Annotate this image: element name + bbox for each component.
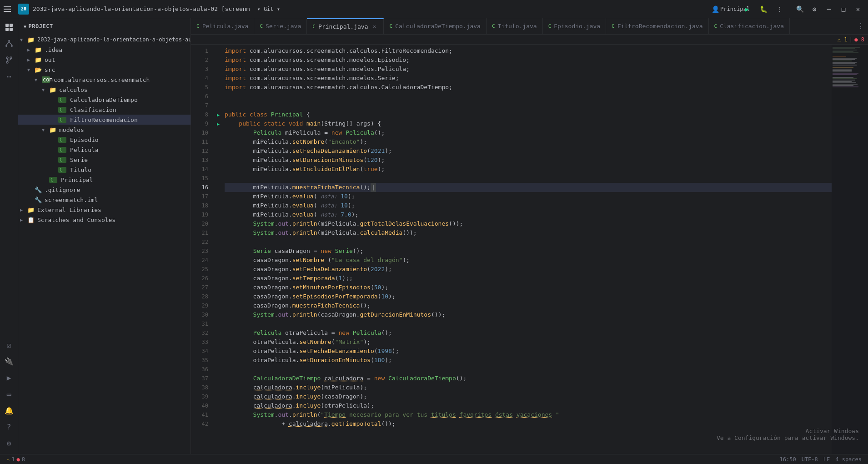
settings-button[interactable]: ⚙ (808, 3, 821, 15)
tree-item-modelos[interactable]: ▼ 📁 modelos (18, 125, 191, 135)
tree-item-out[interactable]: ▶ 📁 out (18, 55, 191, 65)
activity-structure-icon[interactable] (2, 36, 16, 51)
warning-badge: ⚠ 1 (838, 36, 848, 43)
status-line-col[interactable]: 16:50 (777, 456, 799, 463)
tree-item-src[interactable]: ▼ 📂 src (18, 65, 191, 75)
tree-item-filtro[interactable]: C FiltroRecomendacion (18, 115, 191, 125)
sidebar-header[interactable]: ▼ Project (18, 18, 191, 35)
tree-item-gitignore[interactable]: 🔧 .gitignore (18, 185, 191, 195)
ln-31: 31 (191, 319, 208, 328)
activity-project-icon[interactable] (2, 20, 16, 35)
tree-item-calculos[interactable]: ▼ 📁 calculos (18, 85, 191, 95)
ln-2: 2 (191, 55, 208, 65)
debug-button[interactable]: 🐛 (757, 3, 770, 15)
tree-item-clasificacion[interactable]: C Clasificacion (18, 105, 191, 115)
tree-item-iml[interactable]: 🔧 screenmatch.iml (18, 195, 191, 205)
run-gutter: ▶ ▶ (214, 45, 223, 454)
class-icon-titulo: C (58, 167, 66, 173)
status-indent[interactable]: 4 spaces (833, 456, 864, 463)
activity-notifications-icon[interactable]: 🔔 (2, 403, 16, 418)
code-line-6 (225, 92, 832, 101)
tab-close-principal[interactable]: ✕ (371, 23, 378, 30)
run-indicator-8[interactable]: ▶ (214, 110, 223, 119)
code-line-36 (225, 365, 832, 374)
tab-titulo[interactable]: C Titulo.java (487, 18, 543, 34)
tree-item-extlib[interactable]: ▶ 📁 External Libraries (18, 205, 191, 215)
tab-filtro[interactable]: C FiltroRecomendacion.java (606, 18, 708, 34)
minimap-content (832, 45, 868, 90)
tab-principal[interactable]: C Principal.java ✕ (307, 18, 384, 34)
code-line-9: public static void main(String[] args) { (225, 119, 832, 128)
status-line-ending[interactable]: LF (821, 456, 833, 463)
tree-arrow-icon-src: ▼ (27, 67, 35, 72)
tab-serie[interactable]: C Serie.java (254, 18, 307, 34)
activity-dots-icon[interactable]: ⋯ (2, 69, 16, 84)
profile-button[interactable]: 👤 Principal (724, 3, 737, 15)
svg-point-11 (6, 61, 8, 63)
activity-plugin-icon[interactable]: 🔌 (2, 354, 16, 368)
tree-item-principal[interactable]: C Principal (18, 175, 191, 185)
tree-label-episodio: Episodio (70, 136, 99, 143)
ln-18: 18 (191, 201, 208, 210)
activity-todo-icon[interactable]: ☑ (2, 338, 16, 352)
git-label[interactable]: ▾ Git ▾ (257, 6, 280, 12)
ln-35: 35 (191, 356, 208, 365)
tree-arrow-icon-extlib: ▶ (20, 207, 27, 212)
title-bar: 20 2032-java-aplicando-la-orientacion-a-… (0, 0, 868, 18)
ln-32: 32 (191, 328, 208, 338)
minimize-button[interactable]: ─ (823, 3, 835, 15)
code-editor[interactable]: import com.aluracursos.screenmatch.calcu… (223, 45, 832, 454)
tree-item-idea[interactable]: ▶ 📁 .idea (18, 45, 191, 55)
maximize-button[interactable]: □ (837, 3, 850, 15)
tree-item-pelicula[interactable]: C Pelicula (18, 145, 191, 155)
tab-pelicula[interactable]: C Pelicula.java (191, 18, 254, 34)
tree-arrow-icon-out: ▶ (27, 57, 35, 62)
tab-episodio[interactable]: C Episodio.java (543, 18, 606, 34)
tree-label-extlib: External Libraries (37, 207, 101, 213)
project-title[interactable]: 2032-java-aplicando-la-orientacion-a-obj… (33, 5, 250, 12)
ln-8: 8 (191, 110, 208, 119)
code-line-31 (225, 319, 832, 328)
folder-icon-idea: 📁 (35, 46, 43, 53)
hamburger-menu-icon[interactable] (4, 5, 13, 14)
activity-run-icon[interactable]: ▶ (2, 370, 16, 385)
tree-item-com[interactable]: ▼ com com.aluracursos.screenmatch (18, 75, 191, 85)
activity-help-icon[interactable]: ? (2, 419, 16, 434)
tab-icon-pelicula: C (196, 23, 200, 29)
run-button[interactable]: ▶ (741, 3, 753, 15)
code-line-7 (225, 101, 832, 110)
folder-icon: 📁 (27, 36, 35, 43)
ln-9: 9 (191, 119, 208, 128)
code-line-13: miPelicula.setDuracionEnMinutos(120); (225, 156, 832, 165)
window-controls: 🔍 ⚙ ─ □ ✕ (793, 3, 864, 15)
tree-item-calculadora[interactable]: C CalculadoraDeTiempo (18, 95, 191, 105)
tree-item-root[interactable]: ▼ 📁 2032-java-aplicando-la-orientacion-a… (18, 35, 191, 45)
activity-vcs-icon[interactable] (2, 53, 16, 67)
tree-label-idea: .idea (45, 46, 62, 53)
status-warnings[interactable]: ⚠ 1 ● 8 (4, 454, 28, 464)
tab-more-button[interactable]: ⋮ (853, 18, 868, 34)
tree-item-titulo[interactable]: C Titulo (18, 165, 191, 175)
activity-settings-bottom-icon[interactable]: ⚙ (2, 436, 16, 450)
rg-7 (214, 101, 223, 110)
run-indicator-9[interactable]: ▶ (214, 119, 223, 128)
tree-item-episodio[interactable]: C Episodio (18, 135, 191, 145)
run-triangle-9: ▶ (217, 121, 220, 126)
tree-label-titulo: Titulo (70, 166, 91, 173)
tree-item-scratches[interactable]: ▶ 📋 Scratches and Consoles (18, 215, 191, 225)
status-encoding[interactable]: UTF-8 (799, 456, 821, 463)
tab-label-calculadora: CalculadoraDeTiempo.java (395, 23, 481, 30)
search-button[interactable]: 🔍 (793, 3, 806, 15)
tree-item-serie[interactable]: C Serie (18, 155, 191, 165)
tree-arrow-icon: ▼ (20, 37, 27, 42)
tree-label-filtro: FiltroRecomendacion (70, 116, 138, 123)
more-button[interactable]: ⋮ (773, 3, 786, 15)
close-button[interactable]: ✕ (852, 3, 864, 15)
code-line-4: import com.aluracursos.screenmatch.model… (225, 74, 832, 83)
status-bar-right: 16:50 UTF-8 LF 4 spaces (777, 456, 865, 463)
tab-icon-titulo: C (492, 23, 495, 29)
activity-terminal-icon[interactable]: ▭ (2, 387, 16, 401)
tab-clasificacion[interactable]: C Clasificacion.java (709, 18, 790, 34)
tab-calculadora[interactable]: C CalculadoraDeTiempo.java (384, 18, 486, 34)
activity-bar-bottom: ☑ 🔌 ▶ ▭ 🔔 ? ⚙ (2, 338, 16, 454)
